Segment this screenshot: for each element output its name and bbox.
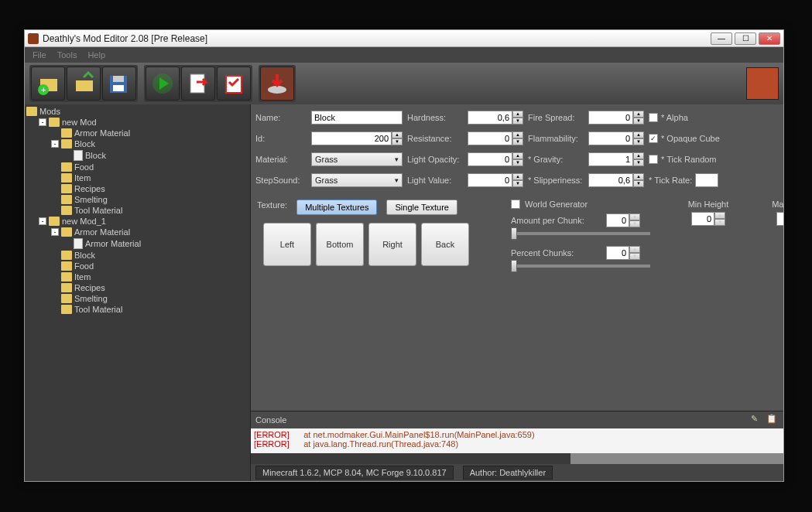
texture-left-button[interactable]: Left [263, 223, 311, 266]
tree-item[interactable]: Item [26, 172, 248, 183]
hardness-spinner[interactable]: ▲▼ [468, 111, 523, 125]
lightopacity-spinner[interactable]: ▲▼ [468, 152, 523, 166]
texture-section: Texture: Multiple Textures Single Textur… [251, 193, 783, 411]
maxheight-spinner[interactable]: ▲▼ [776, 212, 783, 226]
tickrate-input[interactable] [695, 173, 718, 187]
console-panel: Console ✎ 📋 [ERROR] at net.modmaker.Gui.… [251, 411, 783, 464]
id-spinner[interactable]: ▲▼ [311, 131, 403, 145]
tree-item[interactable]: Block [26, 250, 248, 261]
tree-item[interactable]: Armor Material [26, 128, 248, 138]
svg-rect-3 [76, 80, 93, 91]
tree-item[interactable]: Tool Material [26, 205, 248, 216]
percent-spinner[interactable]: ▲▼ [606, 246, 640, 260]
lightvalue-spinner[interactable]: ▲▼ [468, 173, 523, 187]
single-texture-tab[interactable]: Single Texture [386, 200, 457, 215]
menu-tools[interactable]: Tools [53, 49, 82, 61]
tree-item[interactable]: Block [26, 149, 248, 162]
tickrandom-checkbox[interactable] [649, 155, 658, 164]
tree-item[interactable]: -Block [26, 138, 248, 149]
explorer-tree[interactable]: Mods -new ModArmor Material-BlockBlockFo… [25, 104, 251, 481]
avatar [746, 67, 779, 100]
status-version: Minecraft 1.6.2, MCP 8.04, MC Forge 9.10… [255, 466, 454, 480]
alpha-checkbox[interactable] [649, 113, 658, 122]
gravity-spinner[interactable]: ▲▼ [588, 152, 644, 166]
console-title: Console [255, 415, 286, 425]
tree-item[interactable]: -new Mod_1 [26, 216, 248, 227]
maximize-button[interactable]: ☐ [735, 32, 756, 45]
opaque-checkbox[interactable]: ✓ [649, 134, 658, 143]
checklist-button[interactable] [217, 67, 251, 101]
app-icon [28, 33, 39, 44]
save-button[interactable] [102, 67, 136, 101]
tree-item[interactable]: -new Mod [26, 117, 248, 128]
window-title: Deathly's Mod Editor 2.08 [Pre Release] [43, 33, 711, 44]
install-button[interactable] [260, 67, 294, 101]
material-combo[interactable]: Grass [311, 152, 403, 166]
open-button[interactable] [67, 67, 101, 101]
svg-text:+: + [41, 85, 46, 94]
tree-item[interactable]: Armor Material [26, 237, 248, 250]
texture-bottom-button[interactable]: Bottom [316, 223, 364, 266]
menu-file[interactable]: File [28, 49, 51, 61]
minheight-spinner[interactable]: ▲▼ [691, 212, 725, 226]
worldgen-checkbox[interactable] [511, 200, 520, 209]
tree-item[interactable]: Tool Material [26, 304, 248, 315]
texture-back-button[interactable]: Back [421, 223, 469, 266]
svg-rect-8 [190, 74, 204, 93]
export-button[interactable] [181, 67, 215, 101]
svg-rect-5 [113, 76, 124, 82]
console-output[interactable]: [ERROR] at net.modmaker.Gui.MainPanel$18… [251, 428, 783, 453]
amount-spinner[interactable]: ▲▼ [606, 213, 640, 227]
copy-console-icon[interactable]: 📋 [766, 414, 779, 426]
menu-help[interactable]: Help [83, 49, 110, 61]
tree-root[interactable]: Mods [26, 106, 248, 117]
texture-right-button[interactable]: Right [368, 223, 416, 266]
tree-item[interactable]: Smelting [26, 194, 248, 205]
flammability-spinner[interactable]: ▲▼ [588, 131, 644, 145]
name-input[interactable] [311, 111, 403, 125]
tree-item[interactable]: Recipes [26, 183, 248, 194]
percent-slider[interactable] [511, 265, 650, 268]
statusbar: Minecraft 1.6.2, MCP 8.04, MC Forge 9.10… [251, 464, 783, 481]
properties-panel: Name: Id:▲▼ Material:Grass StepSound:Gra… [251, 104, 783, 193]
tree-item[interactable]: Item [26, 271, 248, 282]
toolbar: + [25, 63, 783, 104]
tree-item[interactable]: Smelting [26, 293, 248, 304]
status-author: Author: Deathlykiller [463, 466, 553, 480]
tree-item[interactable]: Food [26, 162, 248, 172]
new-mod-button[interactable]: + [31, 67, 65, 101]
menubar: File Tools Help [25, 47, 783, 63]
resistance-spinner[interactable]: ▲▼ [468, 131, 523, 145]
amount-slider[interactable] [511, 232, 650, 235]
svg-rect-6 [113, 85, 124, 91]
stepsound-combo[interactable]: Grass [311, 173, 403, 187]
close-button[interactable]: ✕ [759, 32, 780, 45]
multiple-textures-tab[interactable]: Multiple Textures [296, 200, 377, 215]
titlebar[interactable]: Deathly's Mod Editor 2.08 [Pre Release] … [25, 30, 783, 47]
firespread-spinner[interactable]: ▲▼ [588, 111, 644, 125]
run-button[interactable] [146, 67, 180, 101]
console-scrollbar[interactable] [251, 453, 783, 464]
tree-item[interactable]: -Armor Material [26, 227, 248, 237]
minimize-button[interactable]: — [711, 32, 732, 45]
tree-item[interactable]: Recipes [26, 282, 248, 293]
tree-item[interactable]: Food [26, 261, 248, 271]
clear-console-icon[interactable]: ✎ [751, 414, 763, 426]
slipperiness-spinner[interactable]: ▲▼ [588, 173, 644, 187]
main-window: Deathly's Mod Editor 2.08 [Pre Release] … [24, 29, 784, 482]
